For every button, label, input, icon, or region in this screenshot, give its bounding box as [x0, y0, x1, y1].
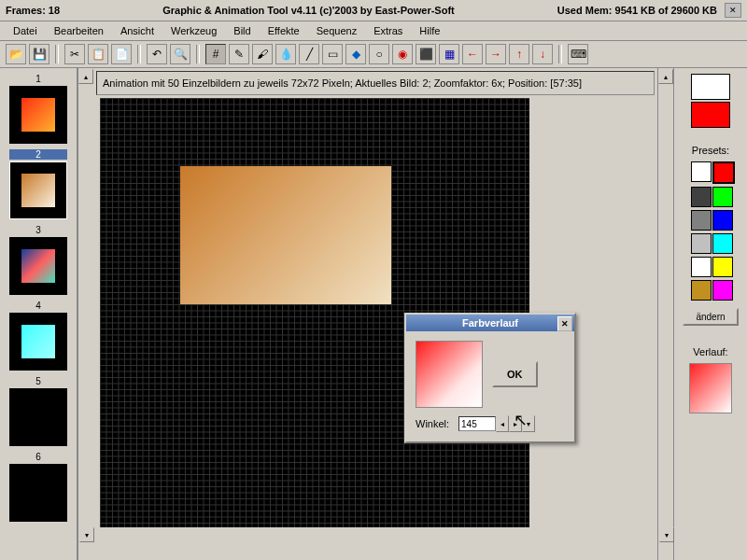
- frame-label[interactable]: 1: [9, 74, 67, 84]
- preset-swatch[interactable]: [712, 210, 733, 231]
- frame-thumb-4[interactable]: [9, 313, 67, 371]
- angle-decrement-icon[interactable]: ◂: [496, 415, 509, 432]
- scroll-down-icon[interactable]: ▾: [659, 527, 674, 542]
- scroll-up-icon[interactable]: ▴: [658, 69, 673, 84]
- status-bar: Animation mit 50 Einzelbildern zu jeweil…: [96, 71, 655, 95]
- toolbar-separator: [196, 45, 200, 63]
- preset-swatch[interactable]: [691, 280, 712, 301]
- paste-icon[interactable]: 📄: [111, 44, 132, 64]
- preset-swatch[interactable]: [691, 210, 712, 231]
- menu-ansicht[interactable]: Ansicht: [113, 23, 162, 38]
- toolbar-separator: [137, 45, 141, 63]
- status-text: Animation mit 50 Einzelbildern zu jeweil…: [103, 77, 582, 89]
- frame-label[interactable]: 6: [9, 452, 67, 462]
- scroll-up-icon[interactable]: ▴: [78, 69, 93, 84]
- line-icon[interactable]: ╱: [299, 44, 319, 64]
- window-close-button[interactable]: ✕: [725, 3, 741, 18]
- scroll-down-icon[interactable]: ▾: [79, 527, 94, 542]
- fill-icon[interactable]: ⬛: [416, 44, 436, 64]
- filled-rect-icon[interactable]: ◆: [345, 44, 366, 64]
- preset-swatch[interactable]: [691, 257, 712, 277]
- title-bar: Frames: 18 Graphic & Animation Tool v4.1…: [0, 0, 747, 21]
- app-title: Graphic & Animation Tool v4.11 (c)'2003 …: [60, 5, 557, 16]
- gradient-icon[interactable]: ◉: [392, 44, 413, 64]
- preset-swatch[interactable]: [691, 187, 712, 207]
- toolbar-separator: [55, 45, 59, 63]
- preset-swatch[interactable]: [712, 280, 733, 301]
- canvas[interactable]: Farbverlauf ✕ OK Winkel: ◂ ▸ ▾: [96, 98, 655, 560]
- preset-swatch[interactable]: [712, 257, 733, 277]
- frame-label[interactable]: 5: [9, 376, 67, 386]
- color-panel: Presets: ändern Verlauf:: [673, 68, 747, 560]
- frame-label[interactable]: 4: [9, 301, 67, 311]
- preset-swatch[interactable]: [691, 161, 712, 182]
- menu-bearbeiten[interactable]: Bearbeiten: [47, 23, 111, 38]
- gradient-preview-on-canvas: [180, 166, 391, 304]
- ellipse-icon[interactable]: ○: [369, 44, 389, 64]
- toolbar: 📂 💾 ✂ 📋 📄 ↶ 🔍 # ✎ 🖌 💧 ╱ ▭ ◆ ○ ◉ ⬛ ▦ ← → …: [0, 41, 747, 68]
- keyboard-icon[interactable]: ⌨: [568, 44, 588, 64]
- menu-sequenz[interactable]: Sequenz: [309, 23, 364, 38]
- menu-hilfe[interactable]: Hilfe: [412, 23, 447, 38]
- frame-thumb-5[interactable]: [9, 388, 67, 446]
- grid-icon[interactable]: #: [205, 44, 226, 64]
- menu-effekte[interactable]: Effekte: [261, 23, 307, 38]
- rect-icon[interactable]: ▭: [322, 44, 343, 64]
- copy-icon[interactable]: 📋: [88, 44, 108, 64]
- frame-scrollbar[interactable]: ▴ ▾: [78, 68, 93, 560]
- menu-datei[interactable]: Datei: [6, 23, 45, 38]
- cut-icon[interactable]: ✂: [64, 44, 85, 64]
- memory-usage: Used Mem: 9541 KB of 29600 KB: [557, 5, 717, 16]
- select-icon[interactable]: ▦: [439, 44, 459, 64]
- angle-dropdown-icon[interactable]: ▾: [522, 415, 535, 432]
- ok-button[interactable]: OK: [492, 361, 538, 387]
- arrow-up-icon[interactable]: ↑: [509, 44, 529, 64]
- frame-label-selected[interactable]: 2: [9, 149, 67, 160]
- preset-grid: [691, 161, 731, 301]
- dialog-titlebar[interactable]: Farbverlauf ✕: [406, 315, 574, 331]
- arrow-down-icon[interactable]: ↓: [532, 44, 553, 64]
- frame-label[interactable]: 3: [9, 225, 67, 235]
- preset-swatch[interactable]: [691, 233, 712, 254]
- gradient-dialog: Farbverlauf ✕ OK Winkel: ◂ ▸ ▾: [404, 313, 576, 443]
- save-icon[interactable]: 💾: [29, 44, 49, 64]
- frame-thumb-3[interactable]: [9, 237, 67, 295]
- gradient-preview: [416, 341, 483, 408]
- change-button[interactable]: ändern: [683, 308, 739, 326]
- menu-bild[interactable]: Bild: [226, 23, 258, 38]
- preset-swatch[interactable]: [712, 187, 733, 207]
- background-color[interactable]: [691, 102, 730, 128]
- preset-swatch[interactable]: [712, 233, 733, 254]
- frame-strip: 1 2 3 4 5 6: [0, 68, 78, 560]
- frame-thumb-2[interactable]: [9, 161, 67, 219]
- brush-icon[interactable]: 🖌: [252, 44, 273, 64]
- canvas-scrollbar[interactable]: ▴ ▾: [657, 68, 673, 560]
- dialog-title: Farbverlauf: [462, 317, 518, 329]
- toolbar-separator: [558, 45, 562, 63]
- menu-bar: Datei Bearbeiten Ansicht Werkzeug Bild E…: [0, 21, 747, 41]
- foreground-color[interactable]: [691, 74, 730, 100]
- eyedropper-icon[interactable]: 💧: [275, 44, 296, 64]
- presets-label: Presets:: [692, 145, 729, 156]
- arrow-right-icon[interactable]: →: [486, 44, 506, 64]
- frame-thumb-6[interactable]: [9, 464, 67, 522]
- open-icon[interactable]: 📂: [6, 44, 26, 64]
- gradient-swatch[interactable]: [689, 363, 732, 413]
- pencil-icon[interactable]: ✎: [229, 44, 249, 64]
- zoom-icon[interactable]: 🔍: [170, 44, 190, 64]
- angle-label: Winkel:: [416, 418, 449, 429]
- menu-werkzeug[interactable]: Werkzeug: [163, 23, 224, 38]
- arrow-left-icon[interactable]: ←: [462, 44, 483, 64]
- angle-input[interactable]: [458, 416, 496, 431]
- dialog-close-button[interactable]: ✕: [557, 316, 572, 331]
- menu-extras[interactable]: Extras: [366, 23, 410, 38]
- frame-thumb-1[interactable]: [9, 86, 67, 144]
- frames-count: Frames: 18: [6, 5, 60, 16]
- angle-increment-icon[interactable]: ▸: [509, 415, 522, 432]
- verlauf-label: Verlauf:: [693, 346, 727, 357]
- undo-icon[interactable]: ↶: [147, 44, 167, 64]
- preset-swatch[interactable]: [712, 161, 735, 184]
